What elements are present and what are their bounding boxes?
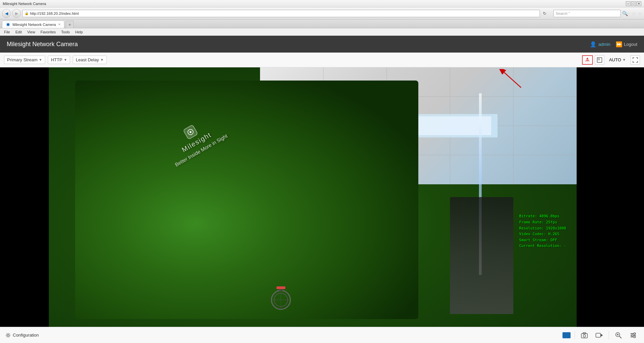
svg-point-41 bbox=[634, 333, 636, 334]
toolbar-separator-2 bbox=[609, 331, 609, 339]
tab-bar: Milesight Network Camera ✕ + bbox=[0, 20, 644, 28]
svg-line-4 bbox=[588, 60, 589, 62]
logout-icon: ⏩ bbox=[616, 41, 622, 48]
black-right-panel bbox=[577, 67, 644, 327]
camera-feed: Milesight Better Inside More in Sight bbox=[0, 67, 644, 327]
back-button[interactable]: ◀ bbox=[2, 9, 11, 18]
title-bar-text: Milesight Network Camera bbox=[3, 2, 46, 6]
least-delay-label: Least Delay bbox=[76, 57, 99, 62]
svg-point-30 bbox=[583, 335, 586, 337]
favorites-star-icon[interactable]: ☆ bbox=[626, 11, 631, 16]
logout-label: Logout bbox=[624, 42, 637, 47]
osd-current-res: Current Resolution: - bbox=[519, 243, 566, 249]
menu-edit[interactable]: Edit bbox=[13, 29, 25, 35]
username-label: admin bbox=[599, 42, 610, 47]
close-button[interactable]: ✕ bbox=[637, 1, 641, 6]
svg-line-2 bbox=[586, 60, 586, 62]
video-area: Milesight Better Inside More in Sight bbox=[0, 67, 644, 327]
config-icon bbox=[5, 333, 11, 338]
least-delay-select[interactable]: Least Delay ▼ bbox=[73, 56, 107, 64]
svg-point-0 bbox=[7, 23, 9, 26]
person-silhouette bbox=[450, 197, 513, 314]
favorites-star2-icon[interactable]: ☆ bbox=[632, 11, 636, 16]
osd-stats-overlay: Bitrate: 4096.0bps Frame Rate: 25fps Res… bbox=[519, 213, 566, 249]
svg-marker-33 bbox=[601, 334, 603, 337]
video-wrapper: Milesight Better Inside More in Sight bbox=[0, 67, 644, 327]
svg-rect-32 bbox=[596, 333, 601, 337]
svg-line-35 bbox=[619, 336, 621, 338]
controls-bar: Primary Stream ▼ HTTP ▼ Least Delay ▼ bbox=[0, 53, 644, 67]
controls-right: AUTO ▼ bbox=[582, 55, 640, 65]
main-view: Milesight Better Inside More in Sight bbox=[49, 67, 577, 327]
nav-bar: ◀ ▶ 🔒 http://192.168.20.2/index.html ↻ S… bbox=[0, 7, 644, 20]
http-arrow-icon: ▼ bbox=[64, 58, 67, 62]
menu-file[interactable]: File bbox=[1, 29, 13, 35]
app-title: Milesight Network Camera bbox=[7, 41, 78, 48]
lock-icon: 🔒 bbox=[25, 11, 29, 15]
menu-view[interactable]: View bbox=[25, 29, 38, 35]
window-controls: ─ □ ✕ bbox=[626, 1, 641, 6]
tab-close-icon[interactable]: ✕ bbox=[58, 23, 61, 26]
motion-detection-button[interactable] bbox=[582, 55, 593, 65]
osd-smartstream: Smart Stream: OFF bbox=[519, 237, 566, 243]
black-left-panel bbox=[0, 67, 49, 327]
menu-bar: File Edit View Favorites Tools Help bbox=[0, 28, 644, 36]
tab-label: Milesight Network Camera bbox=[12, 23, 56, 27]
minimize-button[interactable]: ─ bbox=[626, 1, 631, 6]
forward-button[interactable]: ▶ bbox=[12, 9, 21, 18]
new-tab-button[interactable]: + bbox=[66, 21, 74, 28]
primary-stream-label: Primary Stream bbox=[7, 57, 37, 62]
http-label: HTTP bbox=[51, 57, 62, 62]
snapshot-button[interactable] bbox=[579, 330, 590, 341]
configuration-button[interactable]: Configuration bbox=[5, 333, 39, 338]
fullscreen-button[interactable] bbox=[631, 55, 640, 65]
osd-resolution: Resolution: 1920x1080 bbox=[519, 225, 566, 231]
osd-codec: Video Codec: H.265 bbox=[519, 231, 566, 237]
primary-stream-select[interactable]: Primary Stream ▼ bbox=[4, 56, 45, 64]
record-button[interactable] bbox=[594, 330, 605, 341]
header-actions: 👤 admin ⏩ Logout bbox=[590, 41, 637, 48]
restore-button[interactable]: □ bbox=[631, 1, 636, 6]
refresh-button[interactable]: ↻ bbox=[541, 10, 548, 17]
osd-framerate: Frame Rate: 25fps bbox=[519, 219, 566, 225]
http-select[interactable]: HTTP ▼ bbox=[48, 56, 70, 64]
osd-bitrate: Bitrate: 4096.0bps bbox=[519, 213, 566, 219]
auto-quality-select[interactable]: AUTO ▼ bbox=[606, 56, 629, 64]
search-icon[interactable]: 🔍 bbox=[622, 11, 623, 16]
scene-background: Milesight Better Inside More in Sight bbox=[49, 67, 577, 327]
svg-point-1 bbox=[587, 58, 588, 59]
app-content: Milesight Network Camera 👤 admin ⏩ Logou… bbox=[0, 36, 644, 343]
menu-help[interactable]: Help bbox=[72, 29, 86, 35]
user-icon: 👤 bbox=[590, 41, 597, 48]
settings-button[interactable] bbox=[628, 330, 639, 341]
app-header: Milesight Network Camera 👤 admin ⏩ Logou… bbox=[0, 36, 644, 53]
title-bar: Milesight Network Camera ─ □ ✕ bbox=[0, 0, 644, 7]
toolbar-actions bbox=[562, 330, 639, 341]
favorites-star3-icon[interactable]: ☆ bbox=[638, 11, 642, 16]
active-tab[interactable]: Milesight Network Camera ✕ bbox=[2, 21, 64, 28]
address-bar[interactable]: 🔒 http://192.168.20.2/index.html bbox=[22, 10, 540, 17]
fan-object bbox=[260, 275, 302, 322]
menu-tools[interactable]: Tools bbox=[59, 29, 73, 35]
tab-favicon bbox=[6, 22, 10, 27]
zoom-button[interactable] bbox=[613, 330, 624, 341]
least-delay-arrow-icon: ▼ bbox=[100, 58, 104, 62]
config-label: Configuration bbox=[13, 333, 39, 338]
svg-rect-31 bbox=[583, 333, 586, 334]
auto-label: AUTO bbox=[609, 57, 621, 62]
aspect-ratio-button[interactable] bbox=[595, 55, 604, 65]
green-wall: Milesight Better Inside More in Sight bbox=[75, 81, 418, 319]
svg-point-28 bbox=[7, 334, 9, 336]
user-info: 👤 admin bbox=[590, 41, 610, 48]
live-indicator bbox=[562, 332, 571, 338]
url-text: http://192.168.20.2/index.html bbox=[30, 11, 79, 15]
menu-favorites[interactable]: Favorites bbox=[38, 29, 58, 35]
search-bar[interactable]: Search " bbox=[553, 10, 621, 17]
controls-left: Primary Stream ▼ HTTP ▼ Least Delay ▼ bbox=[4, 56, 107, 64]
primary-stream-arrow-icon: ▼ bbox=[39, 58, 42, 62]
browser-title: Milesight Network Camera bbox=[3, 2, 46, 6]
search-placeholder: Search " bbox=[556, 11, 570, 15]
logout-button[interactable]: ⏩ Logout bbox=[616, 41, 637, 48]
svg-point-42 bbox=[632, 334, 633, 336]
milesight-logo-text: Milesight Better Inside More in Sight bbox=[162, 112, 229, 168]
